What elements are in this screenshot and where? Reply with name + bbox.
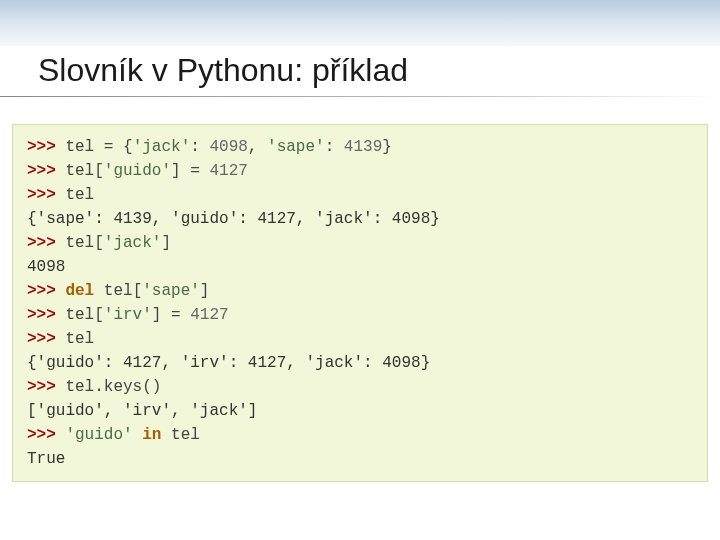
output-text: 4098	[27, 258, 65, 276]
slide-title: Slovník v Pythonu: příklad	[38, 52, 408, 89]
repl-prompt: >>>	[27, 234, 65, 252]
repl-prompt: >>>	[27, 426, 65, 444]
repl-prompt: >>>	[27, 162, 65, 180]
code-example-box: >>> tel = {'jack': 4098, 'sape': 4139} >…	[12, 124, 708, 482]
code-text: :	[190, 138, 209, 156]
code-text: tel[	[65, 306, 103, 324]
repl-prompt: >>>	[27, 378, 65, 396]
code-text: tel	[65, 186, 94, 204]
keyword: del	[65, 282, 94, 300]
code-text: tel	[161, 426, 199, 444]
code-line: >>> del tel['sape']	[27, 279, 693, 303]
string-literal: 'jack'	[133, 138, 191, 156]
code-line: >>> tel['guido'] = 4127	[27, 159, 693, 183]
output-text: ['guido', 'irv', 'jack']	[27, 402, 257, 420]
title-underline	[0, 96, 720, 97]
output-line: True	[27, 447, 693, 471]
code-line: >>> tel['jack']	[27, 231, 693, 255]
code-text	[133, 426, 143, 444]
header-gradient	[0, 0, 720, 46]
number-literal: 4127	[209, 162, 247, 180]
code-text: ] =	[152, 306, 190, 324]
code-text: ,	[248, 138, 267, 156]
code-text: ] =	[171, 162, 209, 180]
number-literal: 4127	[190, 306, 228, 324]
code-text: ]	[200, 282, 210, 300]
string-literal: 'sape'	[142, 282, 200, 300]
repl-prompt: >>>	[27, 138, 65, 156]
code-line: >>> tel.keys()	[27, 375, 693, 399]
repl-prompt: >>>	[27, 282, 65, 300]
output-text: True	[27, 450, 65, 468]
code-line: >>> tel['irv'] = 4127	[27, 303, 693, 327]
output-line: {'sape': 4139, 'guido': 4127, 'jack': 40…	[27, 207, 693, 231]
output-text: {'sape': 4139, 'guido': 4127, 'jack': 40…	[27, 210, 440, 228]
code-text: ]	[161, 234, 171, 252]
output-line: ['guido', 'irv', 'jack']	[27, 399, 693, 423]
code-line: >>> tel = {'jack': 4098, 'sape': 4139}	[27, 135, 693, 159]
code-text: tel.keys()	[65, 378, 161, 396]
output-text: {'guido': 4127, 'irv': 4127, 'jack': 409…	[27, 354, 430, 372]
code-line: >>> 'guido' in tel	[27, 423, 693, 447]
output-line: {'guido': 4127, 'irv': 4127, 'jack': 409…	[27, 351, 693, 375]
keyword: in	[142, 426, 161, 444]
number-literal: 4139	[344, 138, 382, 156]
output-line: 4098	[27, 255, 693, 279]
string-literal: 'jack'	[104, 234, 162, 252]
repl-prompt: >>>	[27, 330, 65, 348]
code-text: }	[382, 138, 392, 156]
number-literal: 4098	[209, 138, 247, 156]
code-line: >>> tel	[27, 327, 693, 351]
code-text: tel[	[94, 282, 142, 300]
string-literal: 'guido'	[65, 426, 132, 444]
code-text: tel[	[65, 234, 103, 252]
string-literal: 'sape'	[267, 138, 325, 156]
repl-prompt: >>>	[27, 186, 65, 204]
code-text: tel	[65, 330, 94, 348]
code-text: tel = {	[65, 138, 132, 156]
repl-prompt: >>>	[27, 306, 65, 324]
string-literal: 'guido'	[104, 162, 171, 180]
code-text: tel[	[65, 162, 103, 180]
code-line: >>> tel	[27, 183, 693, 207]
string-literal: 'irv'	[104, 306, 152, 324]
code-text: :	[325, 138, 344, 156]
